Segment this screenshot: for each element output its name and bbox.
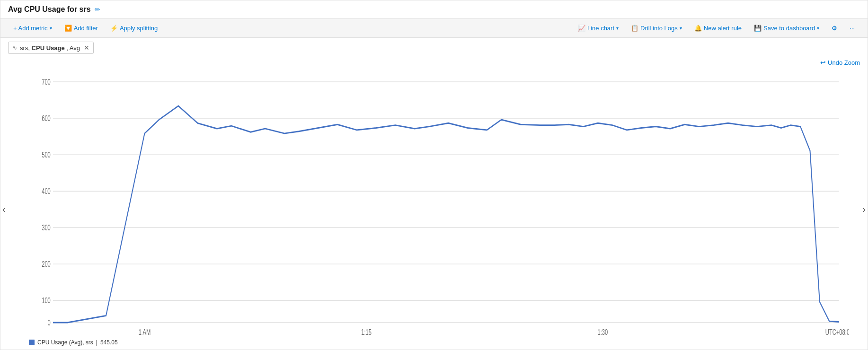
toolbar: + Add metric ▾ 🔽 Add filter ⚡ Apply spli… [0, 18, 868, 38]
split-icon: ⚡ [110, 25, 118, 32]
chart-legend: CPU Usage (Avg), srs | 545.05 [29, 336, 849, 350]
svg-text:100: 100 [42, 297, 51, 305]
legend-value: 545.05 [100, 339, 118, 346]
svg-text:0: 0 [48, 319, 51, 327]
undo-zoom-button[interactable]: ↩ Undo Zoom [820, 59, 860, 66]
svg-text:UTC+08:00: UTC+08:00 [825, 328, 849, 336]
metric-pill-icon: ∿ [12, 44, 17, 51]
metric-pill-close[interactable]: ✕ [84, 44, 89, 52]
new-alert-rule-label: New alert rule [704, 25, 742, 32]
toolbar-right: 📈 Line chart ▾ 📋 Drill into Logs ▾ 🔔 New… [573, 22, 860, 35]
save-dropdown-arrow: ▾ [817, 26, 819, 31]
settings-icon: ⚙ [832, 25, 837, 32]
metric-pill: ∿ srs, CPU Usage , Avg ✕ [8, 42, 94, 54]
svg-text:1 AM: 1 AM [139, 328, 151, 336]
toolbar-left: + Add metric ▾ 🔽 Add filter ⚡ Apply spli… [8, 22, 571, 35]
drill-dropdown-arrow: ▾ [680, 26, 682, 31]
page-wrapper: Avg CPU Usage for srs ✏ + Add metric ▾ 🔽… [0, 0, 868, 350]
add-filter-button[interactable]: 🔽 Add filter [59, 22, 103, 35]
line-chart-dropdown-arrow: ▾ [616, 26, 619, 31]
add-metric-button[interactable]: + Add metric ▾ [8, 22, 57, 35]
add-filter-label: Add filter [74, 25, 98, 32]
save-to-dashboard-button[interactable]: 💾 Save to dashboard ▾ [749, 22, 824, 35]
more-icon: ··· [850, 25, 855, 32]
chart-svg: 700 600 500 400 300 200 100 0 1 AM 1:15 … [29, 68, 849, 336]
drill-into-logs-label: Drill into Logs [640, 25, 678, 32]
apply-splitting-button[interactable]: ⚡ Apply splitting [105, 22, 163, 35]
legend-label: CPU Usage (Avg), srs [37, 339, 93, 346]
legend-separator: | [96, 339, 97, 346]
svg-text:1:30: 1:30 [598, 328, 608, 336]
svg-text:400: 400 [42, 187, 51, 195]
legend-color-box [29, 340, 35, 345]
svg-text:500: 500 [42, 151, 51, 159]
save-to-dashboard-label: Save to dashboard [763, 25, 815, 32]
metric-pills-row: ∿ srs, CPU Usage , Avg ✕ [0, 38, 868, 58]
undo-zoom-row: ↩ Undo Zoom [0, 58, 868, 68]
undo-zoom-label: Undo Zoom [828, 59, 860, 66]
page-title: Avg CPU Usage for srs [8, 5, 91, 14]
edit-icon[interactable]: ✏ [95, 6, 100, 13]
title-bar: Avg CPU Usage for srs ✏ [0, 0, 868, 18]
metric-pill-text: srs, CPU Usage , Avg [20, 44, 80, 52]
undo-zoom-icon: ↩ [820, 59, 826, 66]
drill-into-logs-button[interactable]: 📋 Drill into Logs ▾ [626, 22, 687, 35]
svg-text:1:15: 1:15 [361, 328, 372, 336]
svg-text:700: 700 [42, 78, 51, 86]
filter-icon: 🔽 [64, 25, 72, 32]
line-chart-label: Line chart [587, 25, 614, 32]
add-metric-label: + Add metric [13, 25, 48, 32]
chart-container: 700 600 500 400 300 200 100 0 1 AM 1:15 … [29, 68, 849, 336]
save-icon: 💾 [754, 25, 762, 32]
line-chart-icon: 📈 [578, 25, 585, 32]
line-chart-button[interactable]: 📈 Line chart ▾ [573, 22, 624, 35]
add-metric-dropdown-arrow: ▾ [50, 26, 52, 31]
svg-text:600: 600 [42, 114, 51, 122]
chart-wrapper: ‹ › 700 600 500 400 300 2 [0, 68, 868, 350]
new-alert-rule-button[interactable]: 🔔 New alert rule [689, 22, 747, 35]
settings-button[interactable]: ⚙ [826, 22, 842, 35]
drill-icon: 📋 [631, 25, 638, 32]
alert-icon: 🔔 [694, 25, 702, 32]
chart-nav-right-button[interactable]: › [862, 203, 866, 214]
chart-nav-left-button[interactable]: ‹ [2, 203, 6, 214]
svg-text:200: 200 [42, 260, 51, 268]
more-options-button[interactable]: ··· [844, 22, 860, 35]
apply-splitting-label: Apply splitting [120, 25, 158, 32]
svg-text:300: 300 [42, 224, 51, 232]
